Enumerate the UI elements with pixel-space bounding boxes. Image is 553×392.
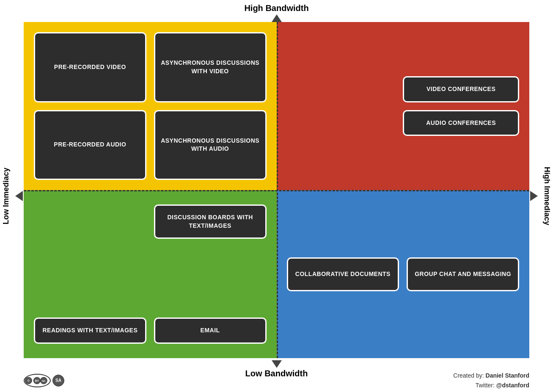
svg-text:NC: NC <box>42 379 46 382</box>
card-pre-recorded-audio: PRE-RECORDED AUDIO <box>34 110 146 180</box>
quadrant-yellow: PRE-RECORDED VIDEO ASYNCHRONOUS DISCUSSI… <box>24 22 277 190</box>
axis-left-label: Low Immediacy <box>2 168 11 224</box>
svg-text:BY: BY <box>35 379 39 382</box>
card-video-conferences: VIDEO CONFERENCES <box>403 76 519 102</box>
card-async-video: ASYNCHRONOUS DISCUSSIONS WITH VIDEO <box>154 32 267 102</box>
card-readings: READINGS WITH TEXT/IMAGES <box>34 317 146 344</box>
arrow-down-icon <box>272 360 282 368</box>
card-pre-recorded-video: PRE-RECORDED VIDEO <box>34 32 146 102</box>
quadrant-green: DISCUSSION BOARDS WITH TEXT/IMAGES READI… <box>24 190 277 358</box>
axis-top-label: High Bandwidth <box>244 3 308 13</box>
arrow-left-icon <box>15 191 23 201</box>
v-divider <box>277 22 278 358</box>
axis-right-label: High Immediacy <box>542 167 551 225</box>
card-discussion-boards: DISCUSSION BOARDS WITH TEXT/IMAGES <box>154 204 267 239</box>
footer: © BY NC SA Created by: Daniel Stanford T… <box>24 371 529 390</box>
arrow-right-icon <box>530 191 538 201</box>
arrow-up-icon <box>272 14 282 22</box>
card-collaborative-docs: COLLABORATIVE DOCUMENTS <box>287 257 399 291</box>
card-audio-conferences: AUDIO CONFERENCES <box>403 110 519 136</box>
card-async-audio: ASYNCHRONOUS DISCUSSIONS WITH AUDIO <box>154 110 267 180</box>
svg-text:©: © <box>28 378 30 382</box>
quadrant-blue: COLLABORATIVE DOCUMENTS GROUP CHAT AND M… <box>277 190 530 358</box>
quadrant-red: VIDEO CONFERENCES AUDIO CONFERENCES <box>277 22 530 190</box>
card-group-chat: GROUP CHAT AND MESSAGING <box>407 257 519 291</box>
credit-text: Created by: Daniel Stanford Twitter: @ds… <box>453 371 529 390</box>
cc-badge: © BY NC SA <box>24 374 64 387</box>
cc-sa-icon: SA <box>52 375 64 386</box>
card-email: EMAIL <box>154 317 267 344</box>
